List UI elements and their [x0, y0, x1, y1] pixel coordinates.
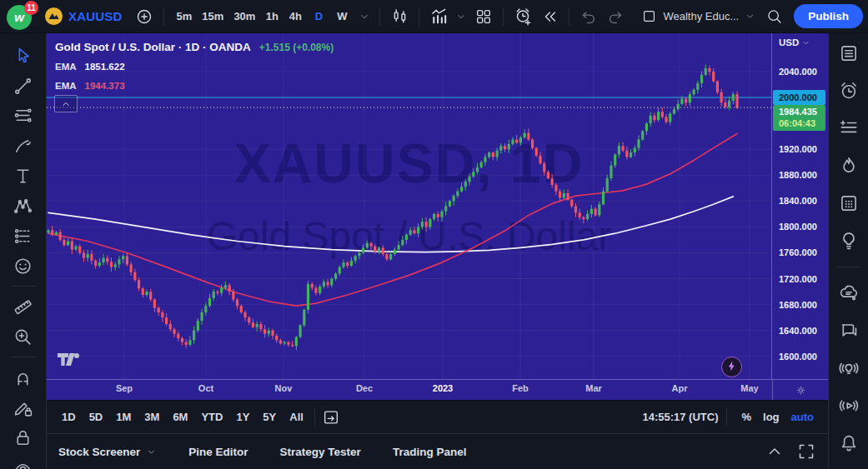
log-scale-button[interactable]: log — [757, 407, 785, 428]
quick-search-button[interactable] — [762, 5, 785, 28]
drawing-toolbar — [0, 33, 47, 469]
time-label-mar: Mar — [585, 383, 602, 393]
percent-scale-button[interactable]: % — [735, 407, 757, 428]
expand-panel-button[interactable] — [765, 442, 785, 462]
symbol-search-button[interactable]: XAUUSD — [38, 5, 129, 27]
alert-button[interactable] — [511, 5, 534, 28]
price-axis[interactable]: USD 2000.000 1984.435 06:04:43 2040.0001… — [771, 33, 828, 379]
range-5y[interactable]: 5Y — [256, 407, 283, 428]
strategy-tester-tab[interactable]: Strategy Tester — [280, 446, 361, 458]
sidebar-watchlist-button[interactable] — [836, 42, 861, 64]
trend-line-tool[interactable] — [8, 71, 39, 101]
lock-icon — [13, 427, 33, 448]
sidebar-minds-button[interactable] — [836, 282, 861, 304]
emoji-tool[interactable] — [8, 251, 39, 281]
indicators-button[interactable] — [427, 5, 450, 28]
alerts-icon — [838, 80, 860, 102]
chart-pane[interactable]: XAUUSD, 1D Gold Spot / U.S. Dollar Gold … — [47, 33, 771, 379]
sidebar-notifications-button[interactable] — [836, 432, 861, 454]
user-menu-button[interactable]: w 11 — [7, 2, 35, 31]
templates-button[interactable] — [472, 5, 495, 28]
currency-selector[interactable]: USD — [772, 37, 828, 47]
price-tick: 1840.000 — [772, 195, 828, 207]
sidebar-calendar-button[interactable] — [836, 192, 861, 214]
sidebar-hotlists-button[interactable] — [836, 154, 861, 177]
auto-scale-button[interactable]: auto — [785, 407, 820, 428]
candle-style-button[interactable] — [388, 5, 411, 28]
last-price-badge: 1984.435 06:04:43 — [773, 105, 825, 131]
range-1y[interactable]: 1Y — [229, 407, 256, 428]
range-3m[interactable]: 3M — [138, 407, 166, 428]
forecast-tool[interactable] — [8, 221, 39, 251]
timeframe-5m[interactable]: 5m — [172, 5, 198, 28]
publish-button[interactable]: Publish — [794, 4, 863, 28]
chevron-down-icon — [455, 11, 467, 22]
xabcd-pattern-tool[interactable] — [8, 191, 39, 221]
indicator-name: EMA — [55, 79, 77, 93]
sidebar-notes-button[interactable] — [836, 117, 861, 139]
timeframe-d[interactable]: D — [307, 5, 330, 28]
sidebar-ideas-button[interactable] — [836, 229, 861, 252]
add-symbol-button[interactable] — [133, 5, 156, 28]
clock-utc[interactable]: 14:55:17 (UTC) — [642, 411, 718, 423]
indicator-row[interactable]: EMA 1944.373 — [55, 79, 334, 93]
timeframe-30m[interactable]: 30m — [228, 5, 260, 28]
axis-settings-corner[interactable] — [772, 380, 828, 400]
magnet-tool[interactable] — [8, 362, 39, 392]
zoom-in-tool[interactable] — [8, 322, 39, 352]
candles-icon — [390, 7, 409, 26]
text-icon — [13, 166, 33, 187]
currency-label: USD — [779, 37, 799, 47]
timeframe-4h[interactable]: 4h — [283, 5, 307, 28]
layout-menu-button[interactable]: Wealthy Educ... — [638, 8, 759, 24]
sidebar-alerts-button[interactable] — [836, 79, 861, 102]
timeframe-15m[interactable]: 15m — [197, 5, 228, 28]
search-icon — [765, 7, 783, 25]
trend-line-icon — [13, 76, 33, 97]
instant-trading-button[interactable] — [721, 357, 742, 377]
range-1d[interactable]: 1D — [55, 407, 83, 428]
pine-editor-tab[interactable]: Pine Editor — [188, 446, 248, 458]
ruler-icon — [13, 297, 33, 317]
stock-screener-tab[interactable]: Stock Screener — [58, 446, 157, 458]
brush-tool[interactable] — [8, 131, 39, 161]
text-tool[interactable] — [8, 161, 39, 191]
trading-panel-tab[interactable]: Trading Panel — [393, 446, 467, 458]
collapse-legend-chip[interactable] — [54, 95, 78, 112]
timeframe-w[interactable]: W — [330, 5, 354, 28]
sidebar-streams-button[interactable] — [836, 394, 861, 417]
plus-circle-icon — [135, 7, 153, 26]
lock-tool[interactable] — [8, 422, 39, 452]
timeframe-1h[interactable]: 1h — [260, 5, 283, 28]
price-tick: 1920.000 — [772, 143, 828, 155]
range-6m[interactable]: 6M — [166, 407, 194, 428]
price-tick: 2040.000 — [772, 66, 828, 77]
sidebar-streams-ideas-button[interactable] — [836, 357, 861, 379]
bar-replay-button[interactable] — [538, 5, 561, 28]
tradingview-watermark-logo[interactable] — [57, 352, 85, 367]
fib-retracement-tool[interactable] — [8, 101, 39, 131]
go-to-date-button[interactable] — [319, 406, 343, 429]
cursor-tool[interactable] — [8, 41, 39, 71]
symbol-title[interactable]: Gold Spot / U.S. Dollar · 1D · OANDA — [55, 40, 251, 54]
alert-price-badge[interactable]: 2000.000 — [773, 90, 825, 105]
range-5d[interactable]: 5D — [83, 407, 110, 428]
toolbar-divider — [11, 357, 36, 357]
tab-label: Pine Editor — [188, 446, 248, 458]
redo-button[interactable] — [604, 5, 627, 28]
notes-icon — [838, 117, 860, 139]
range-all[interactable]: All — [283, 407, 310, 428]
edit-lock-tool[interactable] — [8, 392, 39, 422]
range-ytd[interactable]: YTD — [194, 407, 229, 428]
time-axis[interactable]: SepOctNovDec2023FebMarAprMay — [47, 379, 828, 400]
symbol-label: XAUUSD — [68, 9, 123, 23]
indicators-menu-button[interactable] — [454, 7, 469, 26]
sidebar-chat-button[interactable] — [836, 319, 861, 342]
timeframe-menu-button[interactable] — [357, 7, 372, 26]
fullscreen-button[interactable] — [796, 442, 816, 462]
eye-tool[interactable] — [8, 452, 39, 469]
indicator-row[interactable]: EMA 1851.622 — [55, 60, 334, 74]
ruler-tool[interactable] — [8, 292, 39, 322]
undo-button[interactable] — [577, 5, 600, 28]
range-1m[interactable]: 1M — [109, 407, 138, 428]
